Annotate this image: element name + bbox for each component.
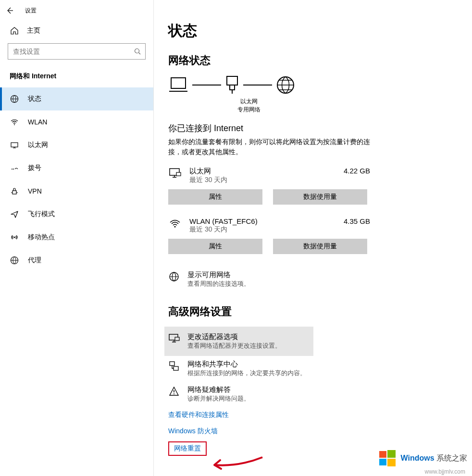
watermark-suffix: 系统之家 bbox=[436, 454, 467, 462]
home-link[interactable]: 主页 bbox=[0, 21, 153, 40]
link-hardware-properties[interactable]: 查看硬件和连接属性 bbox=[168, 411, 229, 419]
svg-point-4 bbox=[12, 169, 12, 170]
sidebar-item-vpn[interactable]: VPN bbox=[0, 180, 153, 203]
connection-line-icon bbox=[243, 85, 272, 85]
home-icon bbox=[10, 26, 19, 36]
sharing-center-title: 网络和共享中心 bbox=[187, 360, 306, 369]
sidebar-item-label: VPN bbox=[28, 187, 42, 195]
sidebar-item-label: 状态 bbox=[28, 95, 41, 103]
sidebar-item-label: 移动热点 bbox=[28, 233, 55, 242]
watermark-brand-text: Windows bbox=[400, 454, 434, 462]
globe-icon bbox=[276, 75, 295, 95]
network-status-heading: 网络状态 bbox=[168, 53, 458, 68]
data-usage-button[interactable]: 数据使用量 bbox=[273, 189, 367, 205]
svg-point-21 bbox=[174, 393, 174, 394]
windows-logo-icon bbox=[378, 449, 397, 467]
connection-wlan: WLAN (FAST_EFC6) 最近 30 天内 4.35 GB bbox=[168, 217, 370, 234]
laptop-icon bbox=[168, 76, 188, 94]
adapter-options-title: 更改适配器选项 bbox=[187, 332, 281, 342]
titlebar: 设置 bbox=[0, 0, 153, 21]
show-networks-title: 显示可用网络 bbox=[187, 270, 250, 280]
link-network-reset[interactable]: 网络重置 bbox=[174, 444, 201, 453]
svg-point-7 bbox=[14, 237, 15, 238]
svg-rect-14 bbox=[176, 172, 181, 176]
sidebar-item-proxy[interactable]: 代理 bbox=[0, 249, 153, 272]
change-adapter-options[interactable]: 更改适配器选项 查看网络适配器并更改连接设置。 bbox=[164, 327, 313, 356]
data-usage-button[interactable]: 数据使用量 bbox=[273, 239, 367, 254]
ethernet-adapter-icon bbox=[225, 75, 239, 95]
troubleshoot-title: 网络疑难解答 bbox=[187, 385, 250, 394]
sidebar-item-label: 飞行模式 bbox=[28, 210, 55, 219]
connection-usage: 4.35 GB bbox=[344, 217, 370, 225]
connection-period: 最近 30 天内 bbox=[189, 225, 344, 234]
network-diagram bbox=[168, 75, 458, 95]
svg-rect-6 bbox=[12, 191, 16, 194]
connection-period: 最近 30 天内 bbox=[189, 176, 344, 184]
network-troubleshoot[interactable]: 网络疑难解答 诊断并解决网络问题。 bbox=[168, 381, 370, 407]
sidebar-item-label: 以太网 bbox=[28, 141, 48, 149]
sidebar-item-label: WLAN bbox=[28, 118, 47, 126]
sidebar-item-ethernet[interactable]: 以太网 bbox=[0, 134, 153, 157]
show-networks-sub: 查看周围的连接选项。 bbox=[187, 280, 250, 288]
ethernet-icon bbox=[168, 168, 182, 179]
connection-name: 以太网 bbox=[189, 167, 344, 176]
svg-rect-24 bbox=[379, 459, 386, 465]
adapter-icon bbox=[168, 333, 180, 344]
svg-rect-19 bbox=[170, 362, 174, 366]
page-title: 状态 bbox=[168, 21, 458, 41]
wifi-icon bbox=[10, 117, 19, 127]
back-button[interactable] bbox=[4, 5, 15, 16]
connected-description: 如果你的流量套餐有限制，则你可以将此网络设置为按流量计费的连接，或者更改其他属性… bbox=[168, 137, 370, 157]
sidebar-item-wlan[interactable]: WLAN bbox=[0, 110, 153, 134]
svg-rect-20 bbox=[174, 366, 178, 370]
svg-point-0 bbox=[135, 49, 139, 53]
svg-rect-18 bbox=[175, 337, 179, 341]
svg-point-2 bbox=[14, 124, 15, 125]
svg-point-5 bbox=[13, 169, 14, 170]
network-sharing-center[interactable]: 网络和共享中心 根据所连接到的网络，决定要共享的内容。 bbox=[168, 356, 370, 381]
link-windows-firewall[interactable]: Windows 防火墙 bbox=[168, 427, 218, 436]
troubleshoot-sub: 诊断并解决网络问题。 bbox=[187, 394, 250, 403]
troubleshoot-icon bbox=[168, 386, 180, 397]
svg-rect-23 bbox=[387, 450, 396, 458]
sidebar: 设置 主页 网络和 Internet 状态 WLAN bbox=[0, 0, 154, 476]
sidebar-item-dialup[interactable]: 拨号 bbox=[0, 157, 153, 180]
airplane-icon bbox=[10, 209, 19, 219]
svg-rect-3 bbox=[11, 143, 18, 147]
home-label: 主页 bbox=[27, 26, 40, 35]
sharing-center-sub: 根据所连接到的网络，决定要共享的内容。 bbox=[187, 369, 306, 378]
advanced-settings-heading: 高级网络设置 bbox=[168, 305, 458, 319]
svg-rect-25 bbox=[387, 459, 396, 466]
ethernet-icon bbox=[10, 140, 19, 150]
properties-button[interactable]: 属性 bbox=[168, 239, 262, 254]
connection-usage: 4.22 GB bbox=[344, 167, 370, 175]
svg-rect-10 bbox=[227, 76, 237, 85]
search-icon bbox=[134, 48, 141, 55]
sidebar-item-status[interactable]: 状态 bbox=[0, 87, 153, 110]
hotspot-icon bbox=[10, 232, 19, 242]
search-input[interactable] bbox=[8, 43, 146, 60]
properties-button[interactable]: 属性 bbox=[168, 189, 262, 205]
back-arrow-icon bbox=[6, 7, 13, 14]
share-icon bbox=[168, 361, 180, 371]
connection-line-icon bbox=[192, 85, 221, 85]
svg-point-15 bbox=[174, 226, 176, 227]
sidebar-item-hotspot[interactable]: 移动热点 bbox=[0, 226, 153, 249]
dialup-icon bbox=[10, 163, 19, 173]
annotation-highlight: 网络重置 bbox=[168, 441, 207, 456]
show-available-networks[interactable]: 显示可用网络 查看周围的连接选项。 bbox=[168, 267, 370, 292]
watermark-brand: Windows 系统之家 bbox=[378, 449, 467, 467]
sidebar-item-label: 拨号 bbox=[28, 164, 41, 172]
svg-rect-11 bbox=[230, 85, 235, 90]
diagram-adapter-label: 以太网 bbox=[225, 98, 273, 106]
connected-heading: 你已连接到 Internet bbox=[168, 122, 458, 134]
vpn-icon bbox=[10, 186, 19, 196]
sidebar-item-label: 代理 bbox=[28, 256, 41, 265]
connection-name: WLAN (FAST_EFC6) bbox=[189, 217, 344, 225]
wifi-icon bbox=[168, 218, 182, 229]
svg-rect-9 bbox=[171, 78, 186, 88]
adapter-options-sub: 查看网络适配器并更改连接设置。 bbox=[187, 342, 281, 350]
diagram-profile-label: 专用网络 bbox=[225, 106, 273, 114]
sidebar-item-airplane[interactable]: 飞行模式 bbox=[0, 203, 153, 226]
svg-rect-22 bbox=[379, 451, 386, 458]
